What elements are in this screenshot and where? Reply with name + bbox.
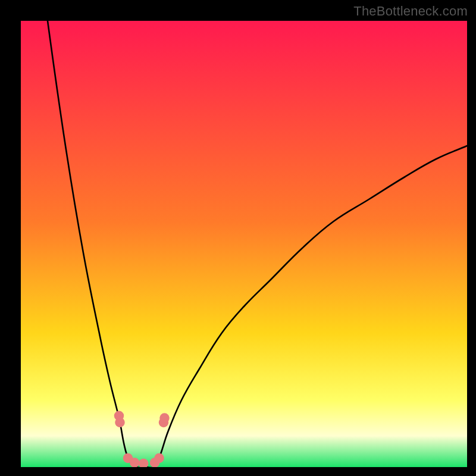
curve-marker (115, 418, 125, 428)
curve-marker (139, 459, 149, 467)
curve-marker (154, 453, 164, 464)
bottleneck-curve (48, 21, 467, 467)
curve-marker (159, 413, 170, 423)
plot-area (21, 21, 467, 467)
outer-frame: TheBottleneck.com (0, 0, 476, 476)
watermark-text: TheBottleneck.com (353, 4, 468, 19)
chart-svg (21, 21, 467, 467)
curve-marker (130, 458, 140, 467)
